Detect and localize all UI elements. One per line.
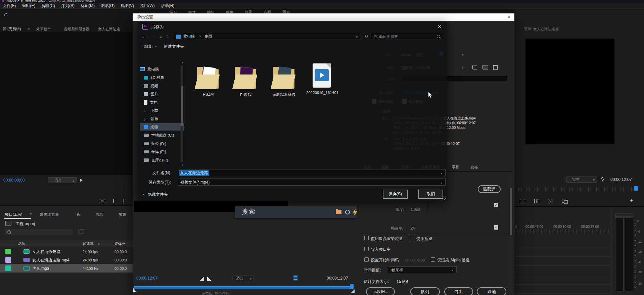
- save-preset-icon[interactable]: [472, 65, 477, 69]
- folder-shortcut-icon[interactable]: [336, 210, 341, 214]
- settings-scrollbar[interactable]: [510, 175, 512, 292]
- label-color-swatch[interactable]: [5, 257, 11, 263]
- table-row[interactable]: 女人在海边走路.mp4 24.00 fps 00:00:0: [0, 256, 141, 264]
- close-icon[interactable]: ✕: [438, 24, 442, 30]
- link-dimensions-icon[interactable]: [425, 201, 428, 212]
- cancel-button[interactable]: 取消: [477, 287, 506, 295]
- sidebar-scrollbar[interactable]: [181, 65, 183, 162]
- add-button-icon[interactable]: +: [630, 197, 633, 204]
- sidebar-item-drive-d[interactable]: 办公 (D:): [140, 140, 184, 147]
- start-timecode-value[interactable]: 00:00:00:00: [405, 258, 425, 262]
- sidebar-item-desktop[interactable]: 桌面: [140, 123, 184, 131]
- tab-captions[interactable]: 字幕: [452, 165, 459, 170]
- time-interpolation-dropdown[interactable]: 帧采样 ∨: [388, 266, 457, 273]
- menu-help[interactable]: 帮助(H): [161, 3, 175, 9]
- column-media-start[interactable]: 媒体开: [114, 242, 126, 246]
- settings-wrench-icon[interactable]: [601, 177, 606, 182]
- tab-source[interactable]: 源:(无剪辑): [3, 27, 21, 31]
- export-frame-icon[interactable]: [548, 199, 553, 203]
- source-range-icon[interactable]: [293, 275, 298, 281]
- preset-dropdown-chevron[interactable]: ∨: [462, 66, 464, 69]
- filetype-dropdown[interactable]: 视频文件(*.mp4) ∨: [178, 179, 446, 186]
- scrollbar-thumb[interactable]: [510, 188, 512, 235]
- preview-fit-dropdown[interactable]: 适合 ∨: [232, 275, 254, 281]
- label-color-swatch[interactable]: [5, 249, 11, 254]
- lift-icon[interactable]: [520, 199, 525, 203]
- insert-icon[interactable]: {: [113, 198, 114, 204]
- seekbar-playhead[interactable]: [350, 284, 354, 289]
- search-input[interactable]: 在 桌面 中搜索: [371, 33, 443, 40]
- out-point-marker-icon[interactable]: [207, 277, 212, 281]
- sidebar-item-documents[interactable]: 文档: [140, 99, 184, 106]
- match-source-button[interactable]: 匹配源: [478, 185, 501, 193]
- chevron-down-icon[interactable]: ∨: [440, 181, 443, 184]
- sidebar-item-3d-objects[interactable]: 3D 对象: [140, 74, 184, 81]
- play-icon[interactable]: [80, 179, 83, 182]
- import-preset-icon[interactable]: [482, 65, 488, 69]
- menu-graphics[interactable]: 图形(G): [101, 3, 114, 9]
- sidebar-item-videos[interactable]: 视频: [140, 82, 184, 90]
- label-color-swatch[interactable]: [5, 265, 11, 271]
- panel-menu-icon[interactable]: ≡: [30, 212, 32, 216]
- use-previews-checkbox[interactable]: [410, 236, 414, 240]
- resize-grip[interactable]: [442, 196, 446, 200]
- file-item-folder[interactable]: HSZM: [192, 63, 224, 96]
- scroll-up-icon[interactable]: ∧: [181, 61, 184, 65]
- back-icon[interactable]: ←: [142, 34, 147, 39]
- panel-menu-icon[interactable]: ≡: [28, 27, 30, 31]
- import-into-project-checkbox[interactable]: [364, 247, 369, 251]
- max-render-quality-checkbox[interactable]: [364, 236, 369, 240]
- menu-view[interactable]: 视图(V): [121, 3, 134, 9]
- scroll-down-icon[interactable]: ∨: [181, 163, 184, 166]
- menu-clip[interactable]: 剪辑(C): [41, 3, 55, 9]
- in-point-marker-icon[interactable]: [200, 277, 204, 281]
- home-icon[interactable]: ⌂: [4, 11, 8, 18]
- chevron-down-icon[interactable]: ∨: [356, 35, 358, 39]
- export-frame-icon[interactable]: [100, 199, 105, 203]
- file-item-folder[interactable]: pr教程素材包: [268, 63, 300, 97]
- sidebar-item-music[interactable]: ♪ 音乐: [140, 115, 184, 122]
- search-overlay[interactable]: 搜索: [235, 206, 357, 218]
- tab-effects[interactable]: 效果: [119, 212, 127, 217]
- timeline-ruler[interactable]: [514, 230, 610, 233]
- tab-project[interactable]: 项目:工程: [5, 212, 22, 217]
- comparison-view-icon[interactable]: [562, 199, 566, 203]
- table-row-selected[interactable]: 声音.mp3 44100 Hz 00:00:0: [0, 264, 141, 273]
- delete-preset-icon[interactable]: [493, 65, 498, 70]
- file-item-folder[interactable]: Pr教程: [230, 63, 262, 97]
- tab-info[interactable]: 信息: [95, 212, 103, 217]
- breadcrumb-this-pc[interactable]: 此电脑: [183, 34, 195, 39]
- dialog-titlebar[interactable]: 导出设置 ✕: [133, 13, 514, 21]
- save-button[interactable]: 保存(S): [383, 190, 408, 199]
- tab-program[interactable]: 节目: 女人在海边走路: [524, 27, 559, 31]
- tab-audio-clip-mixer[interactable]: 音频剪辑混合器: [64, 27, 90, 31]
- project-search-input[interactable]: [5, 229, 73, 235]
- source-range-label[interactable]: 源范围: 整个序列: [201, 292, 229, 295]
- organize-button[interactable]: 组织: [144, 44, 152, 49]
- new-folder-button[interactable]: 新建文件夹: [164, 44, 184, 49]
- source-timecode[interactable]: 00;00;00;00: [3, 178, 25, 183]
- sidebar-item-drive-f[interactable]: 仓库2 (F:): [140, 156, 184, 164]
- overwrite-icon[interactable]: }: [123, 198, 125, 204]
- tab-publish[interactable]: 发布: [470, 165, 478, 170]
- table-row[interactable]: 女人在海边走路 24.00 fps 00:00:0: [0, 247, 141, 256]
- disc-icon[interactable]: [345, 210, 350, 214]
- menu-markers[interactable]: 标记(M): [81, 3, 95, 9]
- set-start-timecode-checkbox[interactable]: [364, 257, 369, 262]
- queue-button[interactable]: 队列: [410, 287, 440, 295]
- render-alpha-only-checkbox[interactable]: [431, 257, 435, 262]
- sidebar-item-drive-c[interactable]: 本地磁盘 (C:): [140, 132, 184, 139]
- chevron-down-icon[interactable]: ∨: [440, 171, 443, 175]
- monitor-scrub-ruler[interactable]: [516, 187, 639, 191]
- menu-sequence[interactable]: 序列(S): [61, 3, 75, 9]
- hide-folders-button[interactable]: 隐藏文件夹: [148, 192, 168, 197]
- file-item-video[interactable]: 20220919_161401: [306, 63, 338, 95]
- playback-resolution-dropdown[interactable]: 完整 ∨: [566, 177, 597, 183]
- framerate-checkbox[interactable]: [494, 225, 498, 230]
- project-file-name[interactable]: 工程.prproj: [15, 222, 35, 226]
- menu-edit[interactable]: 编辑(E): [22, 3, 35, 9]
- menu-window[interactable]: 窗口(W): [140, 3, 154, 9]
- sidebar-item-this-pc[interactable]: 此电脑: [140, 65, 184, 73]
- preview-seekbar[interactable]: [134, 286, 353, 289]
- sidebar-item-downloads[interactable]: ↓ 下载: [140, 107, 184, 114]
